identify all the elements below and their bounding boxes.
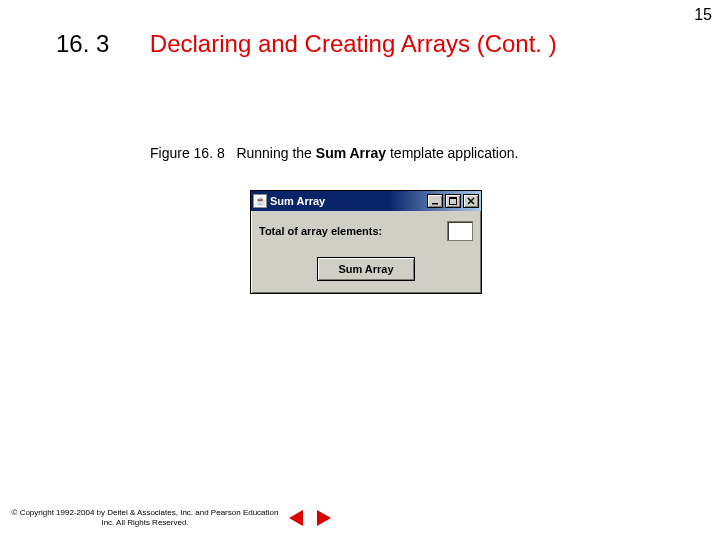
figure-caption-suffix: template application. xyxy=(386,145,518,161)
section-number: 16. 3 xyxy=(56,30,109,58)
figure-caption: Figure 16. 8 Running the Sum Array templ… xyxy=(150,145,518,161)
window-controls xyxy=(427,194,479,208)
arrow-left-icon xyxy=(289,510,303,526)
svg-rect-2 xyxy=(450,198,457,200)
window-title: Sum Array xyxy=(270,195,427,207)
button-row: Sum Array xyxy=(259,257,473,281)
slide-nav xyxy=(286,509,334,527)
section-heading: 16. 3 Declaring and Creating Arrays (Con… xyxy=(56,30,700,58)
result-field xyxy=(447,221,473,241)
minimize-button[interactable] xyxy=(427,194,443,208)
sum-array-button[interactable]: Sum Array xyxy=(317,257,414,281)
figure-label: Figure 16. 8 xyxy=(150,145,225,161)
prev-slide-button[interactable] xyxy=(286,509,306,527)
total-label: Total of array elements: xyxy=(259,225,382,237)
maximize-button[interactable] xyxy=(445,194,461,208)
app-window: ☕ Sum Array Total of array elements: Sum… xyxy=(250,190,482,294)
next-slide-button[interactable] xyxy=(314,509,334,527)
window-client-area: Total of array elements: Sum Array xyxy=(251,211,481,293)
svg-rect-0 xyxy=(432,203,438,205)
slide-footer: © Copyright 1992-2004 by Deitel & Associ… xyxy=(10,508,710,528)
figure-caption-bold: Sum Array xyxy=(316,145,386,161)
close-button[interactable] xyxy=(463,194,479,208)
arrow-right-icon xyxy=(317,510,331,526)
section-title: Declaring and Creating Arrays (Cont. ) xyxy=(150,30,557,58)
copyright-text: © Copyright 1992-2004 by Deitel & Associ… xyxy=(10,508,280,528)
page-number: 15 xyxy=(694,6,712,24)
title-bar: ☕ Sum Array xyxy=(251,191,481,211)
result-row: Total of array elements: xyxy=(259,221,473,241)
figure-caption-prefix: Running the xyxy=(236,145,315,161)
java-icon: ☕ xyxy=(253,194,267,208)
